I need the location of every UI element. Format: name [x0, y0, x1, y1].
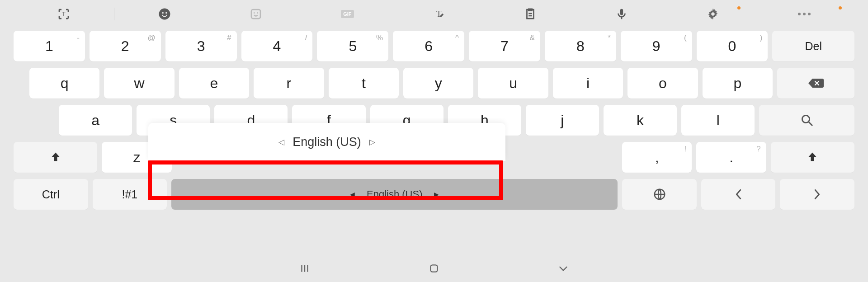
- key-u[interactable]: u: [478, 68, 548, 99]
- popup-language-label: English (US): [292, 135, 361, 149]
- key-p[interactable]: p: [703, 68, 773, 99]
- settings-notification-dot: [737, 6, 741, 9]
- key-symbols[interactable]: !#1: [93, 179, 167, 210]
- key-j[interactable]: j: [526, 105, 599, 136]
- settings-icon[interactable]: [667, 0, 759, 28]
- key-a[interactable]: a: [59, 105, 132, 136]
- gif-label: GIF: [341, 10, 354, 18]
- key-4[interactable]: 4/: [241, 31, 313, 61]
- space-left-arrow-icon: ◀: [350, 191, 355, 198]
- svg-rect-8: [620, 9, 623, 15]
- svg-point-6: [257, 12, 259, 14]
- key-q[interactable]: q: [29, 68, 99, 99]
- nav-home-icon[interactable]: [428, 263, 440, 274]
- qwerty-row: q w e r t y u i o p: [14, 68, 854, 99]
- key-9[interactable]: 9(: [621, 31, 692, 61]
- key-6[interactable]: 6^: [393, 31, 464, 61]
- text-scan-icon[interactable]: T: [18, 0, 109, 28]
- svg-point-10: [711, 12, 715, 16]
- voice-icon[interactable]: [576, 0, 667, 28]
- emoji-icon[interactable]: [119, 0, 210, 28]
- key-y[interactable]: y: [403, 68, 473, 99]
- key-spacebar[interactable]: ◀ English (US) ▶: [171, 179, 618, 210]
- svg-point-3: [165, 12, 167, 14]
- key-7[interactable]: 7&: [469, 31, 540, 61]
- key-ctrl[interactable]: Ctrl: [14, 179, 88, 210]
- key-3[interactable]: 3#: [165, 31, 237, 61]
- key-shift-right[interactable]: [771, 142, 854, 173]
- keyboard-toolbar: T GIF T: [0, 0, 868, 28]
- more-notification-dot: [839, 6, 842, 9]
- key-period[interactable]: .?: [696, 142, 766, 173]
- key-backspace[interactable]: [777, 68, 854, 99]
- key-shift-left[interactable]: [14, 142, 97, 173]
- svg-point-2: [162, 12, 164, 14]
- key-cursor-right[interactable]: [780, 179, 854, 210]
- key-o[interactable]: o: [627, 68, 698, 99]
- key-0[interactable]: 0): [697, 31, 768, 61]
- nav-recents-icon[interactable]: [299, 263, 311, 274]
- key-search[interactable]: [759, 105, 854, 136]
- key-8[interactable]: 8*: [545, 31, 616, 61]
- language-popup[interactable]: ◁ English (US) ▷: [148, 123, 505, 161]
- svg-line-12: [808, 122, 812, 126]
- svg-point-1: [159, 9, 170, 20]
- key-k[interactable]: k: [604, 105, 677, 136]
- text-edit-icon[interactable]: T: [393, 0, 484, 28]
- svg-rect-17: [430, 265, 437, 272]
- key-delete[interactable]: Del: [772, 31, 854, 61]
- svg-text:T: T: [436, 9, 442, 19]
- key-r[interactable]: r: [254, 68, 324, 99]
- key-5[interactable]: 5%: [317, 31, 388, 61]
- gif-icon[interactable]: GIF: [302, 0, 393, 28]
- sticker-icon[interactable]: [210, 0, 302, 28]
- more-icon[interactable]: [759, 0, 850, 28]
- svg-point-5: [254, 12, 255, 14]
- key-w[interactable]: w: [104, 68, 174, 99]
- key-cursor-left[interactable]: [701, 179, 776, 210]
- key-i[interactable]: i: [553, 68, 623, 99]
- svg-text:T: T: [62, 11, 66, 18]
- key-language[interactable]: [622, 179, 697, 210]
- bottom-row: Ctrl !#1 ◀ English (US) ▶: [14, 179, 854, 210]
- space-right-arrow-icon: ▶: [434, 191, 439, 198]
- toolbar-divider: [114, 8, 114, 20]
- keyboard-area: 1- 2@ 3# 4/ 5% 6^ 7& 8* 9( 0) Del q w e …: [0, 28, 868, 210]
- key-l[interactable]: l: [681, 105, 755, 136]
- number-row: 1- 2@ 3# 4/ 5% 6^ 7& 8* 9( 0) Del: [14, 31, 854, 61]
- popup-left-arrow-icon: ◁: [278, 137, 284, 147]
- nav-back-icon[interactable]: [557, 263, 569, 274]
- key-e[interactable]: e: [179, 68, 249, 99]
- key-comma[interactable]: ,!: [622, 142, 692, 173]
- key-t[interactable]: t: [329, 68, 399, 99]
- key-1[interactable]: 1-: [14, 31, 85, 61]
- key-2[interactable]: 2@: [90, 31, 161, 61]
- clipboard-icon[interactable]: [485, 0, 576, 28]
- popup-right-arrow-icon: ▷: [369, 137, 375, 147]
- system-nav-bar: [0, 255, 868, 282]
- space-language-label: English (US): [367, 188, 422, 200]
- svg-rect-4: [251, 9, 260, 19]
